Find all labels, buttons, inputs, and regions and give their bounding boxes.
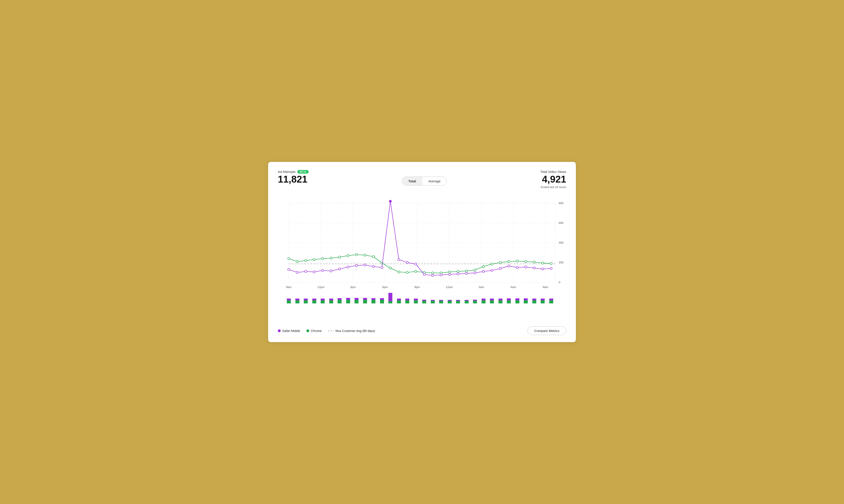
- safari-dot: [491, 269, 493, 272]
- bar-safari: [490, 299, 494, 300]
- bar-safari: [439, 300, 443, 301]
- bar-safari-peak: [388, 293, 392, 301]
- safari-dot: [508, 265, 510, 267]
- chrome-dot: [525, 260, 527, 263]
- chrome-dot: [347, 255, 349, 257]
- svg-text:3pm: 3pm: [350, 285, 356, 289]
- safari-dot: [355, 265, 357, 267]
- safari-dot: [440, 274, 442, 276]
- safari-mobile-label: Safari Mobile: [282, 329, 300, 332]
- chrome-dot: [338, 256, 341, 258]
- bar-chrome: [405, 300, 409, 303]
- compare-metrics-button[interactable]: Compare Metrics: [527, 326, 566, 335]
- chrome-dot: [364, 254, 366, 256]
- bar-chrome: [464, 301, 469, 303]
- bar-safari: [515, 298, 520, 300]
- line-chart: 0 200 400 600 800 9am 12pm 3pm 6pm 9pm 1…: [278, 195, 566, 291]
- bar-chrome: [363, 300, 367, 303]
- chrome-dot: [305, 259, 307, 262]
- bar-safari: [541, 299, 545, 300]
- chrome-dot: [457, 270, 459, 273]
- bar-chrome-peak: [388, 301, 392, 303]
- bar-safari: [371, 298, 375, 300]
- bar-safari: [431, 300, 435, 301]
- ad-attempts-text: Ad Attempts: [278, 170, 296, 174]
- chrome-dot: [491, 263, 493, 265]
- chrome-dot: [474, 269, 476, 271]
- chrome-dot: [482, 265, 485, 268]
- svg-text:12pm: 12pm: [317, 285, 324, 289]
- svg-text:9am: 9am: [543, 285, 548, 289]
- bar-safari: [397, 299, 401, 300]
- bar-chrome: [524, 300, 528, 303]
- safari-dot: [372, 265, 374, 268]
- chrome-dot: [372, 255, 374, 258]
- bar-safari: [422, 300, 426, 301]
- chrome-dot: [508, 260, 510, 263]
- bar-safari: [295, 299, 299, 300]
- bar-safari: [414, 299, 418, 300]
- bar-chrome: [295, 300, 299, 303]
- total-btn[interactable]: Total: [402, 177, 422, 185]
- bar-safari: [380, 298, 384, 300]
- mux-avg-label: Mux Customer Avg (90 days): [336, 329, 375, 332]
- bar-safari: [304, 299, 308, 300]
- safari-dot: [423, 273, 425, 275]
- bar-chrome: [515, 300, 520, 303]
- bar-safari: [473, 300, 477, 301]
- chrome-dot: [355, 254, 357, 256]
- safari-dot: [381, 267, 383, 269]
- safari-dot: [516, 267, 518, 269]
- bar-chrome: [312, 300, 316, 303]
- mux-avg-dash-icon: [328, 331, 334, 331]
- chart-area: 0 200 400 600 800 9am 12pm 3pm 6pm 9pm 1…: [278, 195, 566, 323]
- bar-safari: [321, 299, 324, 300]
- safari-dot: [305, 270, 307, 273]
- bar-chrome: [346, 300, 350, 303]
- average-btn[interactable]: Average: [422, 177, 447, 185]
- safari-dot: [406, 262, 408, 264]
- svg-text:3am: 3am: [478, 285, 484, 289]
- chrome-dot-legend: [306, 329, 309, 332]
- svg-text:9am: 9am: [286, 285, 292, 289]
- bar-safari: [287, 299, 291, 300]
- bar-chrome: [439, 301, 443, 303]
- chrome-dot: [330, 257, 332, 259]
- bar-safari: [363, 298, 367, 300]
- safari-mobile-line: [289, 201, 551, 275]
- safari-dot: [321, 269, 324, 272]
- bar-chrome: [422, 301, 426, 303]
- bar-safari: [481, 299, 486, 300]
- bar-chrome: [329, 300, 333, 303]
- chrome-label: Chrome: [311, 329, 322, 332]
- svg-text:0: 0: [559, 281, 560, 284]
- safari-dot: [542, 268, 544, 270]
- legend-chrome: Chrome: [306, 329, 322, 332]
- svg-text:200: 200: [559, 261, 564, 264]
- svg-text:6pm: 6pm: [382, 285, 388, 289]
- bar-safari: [338, 298, 341, 300]
- bar-chrome: [498, 300, 503, 303]
- chrome-dot: [449, 271, 451, 273]
- total-video-views-block: Total Video Views 4,921 Ended last 24 ho…: [540, 170, 566, 189]
- legend-row: Safari Mobile Chrome Mux Customer Avg (9…: [278, 326, 566, 335]
- safari-dot: [347, 266, 349, 268]
- safari-dot: [482, 270, 485, 273]
- bar-safari: [354, 298, 358, 300]
- safari-dot: [449, 273, 451, 275]
- bar-chrome: [321, 300, 324, 303]
- bar-safari: [549, 299, 553, 300]
- svg-text:600: 600: [559, 221, 564, 224]
- safari-dot: [525, 266, 527, 268]
- bar-chrome: [397, 300, 401, 303]
- chrome-dot: [389, 267, 391, 269]
- chrome-dot: [465, 270, 468, 272]
- bar-safari: [524, 298, 528, 300]
- safari-dot: [338, 268, 341, 270]
- safari-mobile-dot: [278, 329, 281, 332]
- safari-dot: [296, 271, 298, 273]
- ad-attempts-value: 11,821: [278, 174, 309, 184]
- chrome-dot: [542, 262, 544, 264]
- chrome-dot: [516, 260, 518, 262]
- view-toggle[interactable]: Total Average: [402, 177, 447, 185]
